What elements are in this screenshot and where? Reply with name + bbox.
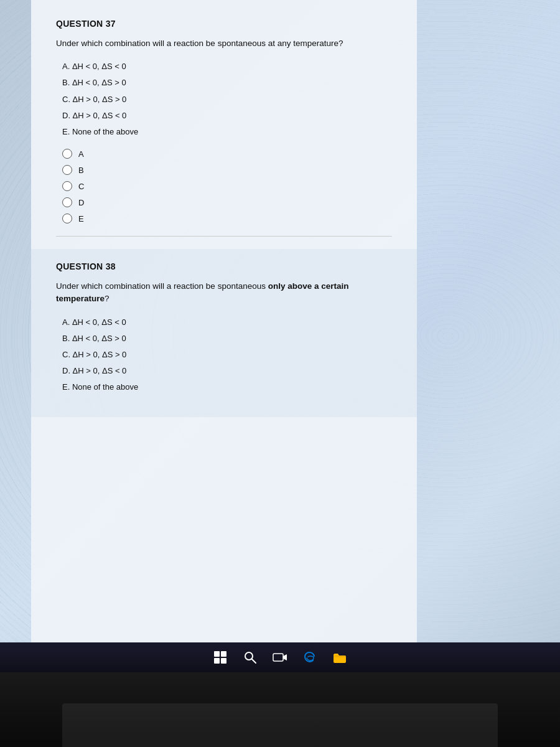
q37-radio-a[interactable]: A xyxy=(62,149,392,159)
svg-point-0 xyxy=(245,652,253,660)
q38-answer-d: D. ΔH > 0, ΔS < 0 xyxy=(62,365,392,377)
q37-radio-label-a: A xyxy=(78,149,84,159)
camera-taskbar-icon[interactable] xyxy=(270,647,290,667)
q38-answer-b: B. ΔH < 0, ΔS > 0 xyxy=(62,333,392,344)
q38-answer-c: C. ΔH > 0, ΔS > 0 xyxy=(62,349,392,360)
question-37-text: Under which combination will a reaction … xyxy=(56,37,392,50)
right-reflection xyxy=(417,0,560,672)
q37-radio-label-b: B xyxy=(78,166,84,175)
question-37-number: QUESTION 37 xyxy=(56,19,392,29)
q38-answer-e: E. None of the above xyxy=(62,382,392,393)
q37-radio-label-c: C xyxy=(78,182,84,191)
folder-taskbar-icon[interactable] xyxy=(330,647,350,667)
question-37-answers: A. ΔH < 0, ΔS < 0 B. ΔH < 0, ΔS > 0 C. Δ… xyxy=(56,61,392,138)
quiz-panel: QUESTION 37 Under which combination will… xyxy=(31,0,417,672)
taskbar xyxy=(0,642,560,672)
edge-taskbar-icon[interactable] xyxy=(300,647,320,667)
windows-icon[interactable] xyxy=(210,647,230,667)
q37-radio-c[interactable]: C xyxy=(62,181,392,191)
q37-radio-d[interactable]: D xyxy=(62,197,392,207)
question-divider xyxy=(56,236,392,237)
question-38-text: Under which combination will a reaction … xyxy=(56,280,392,306)
camera-icon-svg xyxy=(273,651,287,664)
windows-logo xyxy=(214,651,226,664)
search-taskbar-icon[interactable] xyxy=(240,647,260,667)
q37-radio-circle-b[interactable] xyxy=(62,165,72,175)
svg-rect-2 xyxy=(273,654,283,661)
laptop-screen: QUESTION 37 Under which combination will… xyxy=(0,0,560,672)
question-37-radio-group: A B C D E xyxy=(56,149,392,223)
q37-radio-circle-e[interactable] xyxy=(62,214,72,223)
edge-icon-svg xyxy=(303,651,317,664)
q38-text-before: Under which combination will a reaction … xyxy=(56,281,268,291)
search-icon-svg xyxy=(244,651,256,664)
question-38-number: QUESTION 38 xyxy=(56,261,392,271)
q37-radio-circle-d[interactable] xyxy=(62,197,72,207)
q37-answer-e: E. None of the above xyxy=(62,126,392,138)
q37-radio-circle-c[interactable] xyxy=(62,181,72,191)
q37-answer-c: C. ΔH > 0, ΔS > 0 xyxy=(62,94,392,105)
q37-radio-label-e: E xyxy=(78,214,84,223)
question-37-container: QUESTION 37 Under which combination will… xyxy=(56,19,392,223)
q37-radio-e[interactable]: E xyxy=(62,214,392,223)
svg-marker-3 xyxy=(283,654,287,660)
laptop-bottom xyxy=(0,672,560,747)
q37-answer-a: A. ΔH < 0, ΔS < 0 xyxy=(62,61,392,72)
q38-text-after: ? xyxy=(105,294,110,303)
q37-radio-b[interactable]: B xyxy=(62,165,392,175)
q37-radio-label-d: D xyxy=(78,198,84,207)
question-38-container: QUESTION 38 Under which combination will… xyxy=(31,249,417,416)
laptop-keyboard xyxy=(62,703,498,747)
q38-answer-a: A. ΔH < 0, ΔS < 0 xyxy=(62,317,392,328)
folder-icon-svg xyxy=(332,651,347,664)
q37-answer-d: D. ΔH > 0, ΔS < 0 xyxy=(62,110,392,121)
q37-answer-b: B. ΔH < 0, ΔS > 0 xyxy=(62,77,392,88)
q37-radio-circle-a[interactable] xyxy=(62,149,72,159)
svg-line-1 xyxy=(252,659,256,663)
question-38-answers: A. ΔH < 0, ΔS < 0 B. ΔH < 0, ΔS > 0 C. Δ… xyxy=(56,317,392,393)
